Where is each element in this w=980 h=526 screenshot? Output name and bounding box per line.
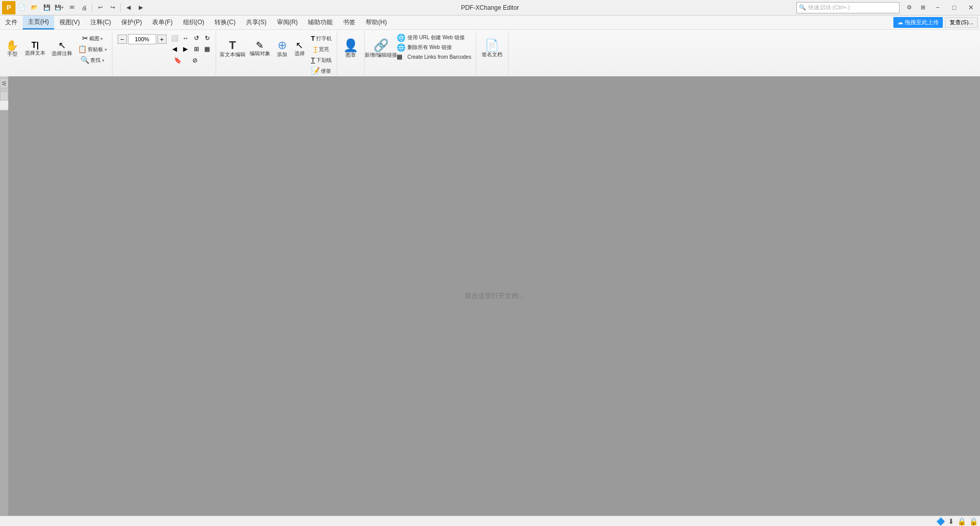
forward-btn[interactable]: ▶ bbox=[135, 2, 146, 13]
stamp-icon: 👤 bbox=[343, 39, 358, 52]
sidebar-tab-bottom[interactable] bbox=[0, 91, 8, 101]
typewriter-btn[interactable]: T 打字机 bbox=[309, 33, 334, 43]
status-icon3: 🔒 bbox=[957, 517, 966, 525]
bookmark-remove-btn[interactable]: ⊘ bbox=[187, 55, 203, 65]
menu-file[interactable]: 文件 bbox=[0, 15, 23, 29]
select-text-btn[interactable]: T| 选择文本 bbox=[22, 33, 48, 64]
view-more-btn[interactable]: ▦ bbox=[202, 44, 213, 54]
menu-review[interactable]: 审阅(R) bbox=[272, 15, 303, 29]
rich-text-btn[interactable]: T 富文本编辑 bbox=[219, 33, 246, 64]
redo-btn[interactable]: ↪ bbox=[107, 2, 118, 13]
highlight-icon: T bbox=[314, 46, 318, 53]
close-btn[interactable]: ✕ bbox=[963, 2, 978, 14]
add-object-btn[interactable]: ⊕ 添加 bbox=[274, 33, 290, 64]
menu-view[interactable]: 视图(V) bbox=[54, 15, 85, 29]
undo-btn[interactable]: ↩ bbox=[94, 2, 106, 13]
menu-home[interactable]: 主页(H) bbox=[23, 15, 54, 29]
text-select-icon: T| bbox=[31, 41, 39, 50]
menu-convert[interactable]: 转换(C) bbox=[209, 15, 241, 29]
hand-tool-btn[interactable]: ✋ 手型 bbox=[3, 33, 21, 64]
zoom-in-btn[interactable]: + bbox=[157, 35, 167, 44]
zoom-out-btn[interactable]: − bbox=[118, 35, 127, 44]
print-btn[interactable]: 🖨 bbox=[78, 2, 90, 13]
highlight-btn[interactable]: T 宽亮 bbox=[309, 44, 334, 54]
upload-promo-btn[interactable]: ☁ 拖拽至此上传 bbox=[893, 17, 943, 28]
view-grid-btn[interactable]: ⊞ bbox=[191, 44, 202, 54]
rotate-cw-btn[interactable]: ↻ bbox=[202, 33, 213, 43]
rotate-ccw-btn[interactable]: ↺ bbox=[191, 33, 202, 43]
stamp-btn[interactable]: 👤 图章 bbox=[340, 33, 361, 64]
next-page-btn[interactable]: ▶ bbox=[181, 44, 191, 54]
search-icon: 🔍 bbox=[799, 4, 806, 11]
find-btn[interactable]: 🔍 查找 ▾ bbox=[76, 55, 109, 65]
new-file-btn[interactable]: 📄 bbox=[17, 2, 28, 13]
menu-help[interactable]: 帮助(H) bbox=[361, 15, 392, 29]
edit-object-btn[interactable]: ✎ 编辑对象 bbox=[247, 33, 273, 64]
remove-web-links-btn[interactable]: 🌐 删除所有 Web 链接 bbox=[396, 43, 472, 52]
rotate-ccw-icon: ↺ bbox=[194, 35, 199, 41]
save-all-btn[interactable]: 💾+ bbox=[54, 2, 65, 13]
note-icon: 📝 bbox=[311, 67, 320, 74]
remove-web-icon: 🌐 bbox=[397, 43, 406, 52]
underline-btn[interactable]: T 下划线 bbox=[309, 55, 334, 65]
email-btn[interactable]: ✉ bbox=[66, 2, 77, 13]
menu-organize[interactable]: 组织(O) bbox=[178, 15, 209, 29]
select-annotation-btn[interactable]: ↖ 选择注释 bbox=[49, 33, 75, 64]
barcode-icon: ▦ bbox=[397, 53, 406, 60]
edit-link-btn[interactable]: 🔗 新增/编辑链接 bbox=[368, 33, 395, 64]
menu-accessibility[interactable]: 辅助功能 bbox=[303, 15, 338, 29]
open-file-btn[interactable]: 📂 bbox=[29, 2, 40, 13]
prev-page-icon: ◀ bbox=[172, 46, 177, 52]
statusbar: 🔷 ⬇ 🔒 🔒 bbox=[0, 516, 980, 526]
create-from-barcodes-btn[interactable]: ▦ Create Links from Barcodes bbox=[396, 53, 472, 61]
statusbar-info: 🔷 ⬇ 🔒 🔒 bbox=[936, 517, 978, 525]
menu-bookmarks[interactable]: 书签 bbox=[338, 15, 361, 29]
save-btn[interactable]: 💾 bbox=[41, 2, 53, 13]
search-placeholder: 快速启动 (Ctrl+.) bbox=[808, 4, 850, 11]
bookmark-add-btn[interactable]: 🔖 bbox=[170, 55, 186, 65]
screenshot-btn[interactable]: ✂ 截图 ▾ bbox=[76, 33, 109, 43]
settings-icon[interactable]: ⚙ bbox=[904, 2, 915, 13]
view-grid-icon: ⊞ bbox=[194, 46, 199, 52]
menu-annotate[interactable]: 注释(C) bbox=[85, 15, 117, 29]
sidebar-tab-w[interactable]: W bbox=[0, 78, 8, 88]
layout-icon[interactable]: ⊞ bbox=[917, 2, 928, 13]
fit-page-icon: ⬜ bbox=[171, 35, 178, 41]
view-btns-col: ⬜ ↔ ↺ ↻ ◀ ▶ bbox=[170, 33, 213, 65]
underline-icon: T bbox=[311, 57, 315, 63]
note-btn[interactable]: 📝 便签 bbox=[309, 65, 334, 76]
app-title: PDF-XChange Editor bbox=[461, 4, 519, 11]
menu-form[interactable]: 表单(F) bbox=[147, 15, 177, 29]
create-web-links-btn[interactable]: 🌐 使用 URL 创建 Web 链接 bbox=[396, 33, 472, 42]
upload-label: 拖拽至此上传 bbox=[905, 19, 939, 26]
menu-share[interactable]: 共享(S) bbox=[241, 15, 272, 29]
review-tab[interactable]: 复查(S)... bbox=[945, 17, 978, 28]
maximize-btn[interactable]: □ bbox=[947, 2, 961, 14]
link-actions: 🌐 使用 URL 创建 Web 链接 🌐 删除所有 Web 链接 ▦ Creat… bbox=[396, 33, 472, 61]
app-icon[interactable]: P bbox=[2, 1, 15, 14]
prev-page-btn[interactable]: ◀ bbox=[170, 44, 180, 54]
main-canvas: 双击这里打开文档... bbox=[8, 76, 980, 516]
bookmark-add-icon: 🔖 bbox=[174, 57, 182, 63]
view-row1: ⬜ ↔ ↺ ↻ bbox=[170, 33, 213, 43]
sign-icon: 📄 bbox=[485, 40, 499, 51]
typewriter-icon: T bbox=[311, 35, 315, 42]
zoom-input[interactable] bbox=[128, 34, 156, 44]
canvas-hint: 双击这里打开文档... bbox=[465, 291, 524, 301]
menu-protect[interactable]: 保护(P) bbox=[116, 15, 147, 29]
rotate-cw-icon: ↻ bbox=[205, 35, 210, 41]
minimize-btn[interactable]: − bbox=[930, 2, 945, 14]
fit-width-btn[interactable]: ↔ bbox=[181, 33, 191, 43]
edit-object-icon: ✎ bbox=[256, 41, 264, 50]
status-icon2: ⬇ bbox=[948, 517, 954, 525]
clipboard-btn[interactable]: 📋 剪贴板 ▾ bbox=[76, 44, 109, 54]
view-row3: 🔖 ⊘ bbox=[170, 55, 213, 65]
quick-search-box[interactable]: 🔍 快速启动 (Ctrl+.) bbox=[796, 2, 900, 13]
fit-page-btn[interactable]: ⬜ bbox=[170, 33, 180, 43]
back-btn[interactable]: ◀ bbox=[123, 2, 134, 13]
sign-doc-btn[interactable]: 📄 签名文档 bbox=[479, 33, 505, 64]
upload-icon: ☁ bbox=[897, 19, 903, 26]
select-object-btn[interactable]: ↖ 选择 bbox=[291, 33, 308, 64]
topright-area: ☁ 拖拽至此上传 复查(S)... bbox=[893, 15, 980, 29]
titlebar-left: P 📄 📂 💾 💾+ ✉ 🖨 ↩ ↪ ◀ ▶ bbox=[0, 1, 146, 14]
